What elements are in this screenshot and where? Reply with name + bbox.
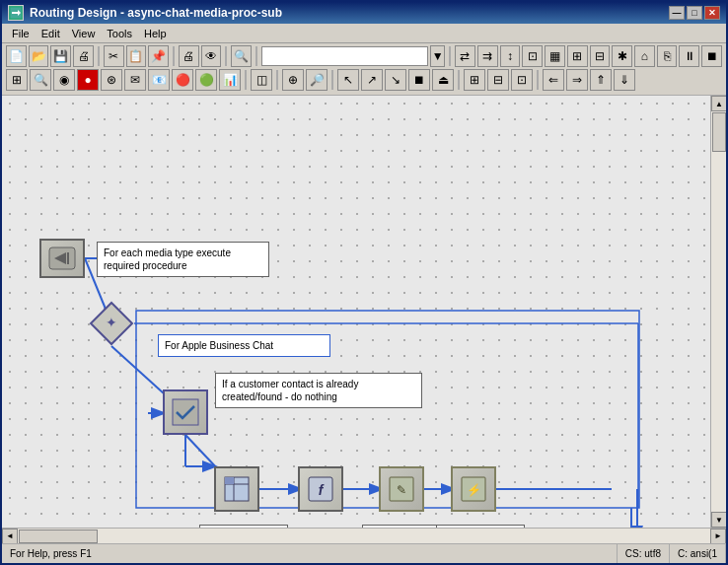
- tb-drop-arrow[interactable]: ▼: [430, 45, 445, 67]
- scroll-right[interactable]: ►: [710, 529, 726, 544]
- tb-f9[interactable]: ⌂: [634, 45, 655, 67]
- tb2-b1[interactable]: ⊞: [464, 69, 485, 91]
- tb2-9[interactable]: 🟢: [195, 69, 217, 91]
- node3-annotation: Update UCS interaction record: [436, 525, 525, 528]
- action-node-3[interactable]: ✎: [379, 466, 424, 512]
- tb-f2[interactable]: ⇉: [477, 45, 498, 67]
- title-bar: Routing Design - async-chat-media-proc-s…: [2, 2, 726, 24]
- node1-annotation: Attach nickname to userdata of interacti…: [199, 525, 288, 528]
- sep3: [225, 46, 227, 66]
- sep1: [98, 46, 100, 66]
- tb2-3[interactable]: ◉: [53, 69, 75, 91]
- action-node-2[interactable]: f: [298, 466, 343, 512]
- tb2-zoom1[interactable]: ⊕: [282, 69, 304, 91]
- tb2-b2[interactable]: ⊟: [487, 69, 509, 91]
- tb2-7[interactable]: 📧: [148, 69, 170, 91]
- menu-edit[interactable]: Edit: [36, 27, 66, 40]
- tb2-10[interactable]: 📊: [219, 69, 241, 91]
- toolbar-row-2: ⊞ 🔍 ◉ ● ⊛ ✉ 📧 🔴 🟢 📊 ◫ ⊕ 🔎 ↖ ↗ ↘ ⏹ ⏏ ⊞ ⊟ …: [6, 69, 722, 91]
- app-icon: [8, 5, 24, 21]
- horizontal-scrollbar: ◄ ►: [2, 528, 726, 543]
- tb2-c4[interactable]: ⇓: [614, 69, 635, 91]
- tb-f1[interactable]: ⇄: [455, 45, 475, 67]
- tb2-a4[interactable]: ⏹: [408, 69, 430, 91]
- tb-save[interactable]: 💾: [50, 45, 71, 67]
- scroll-down[interactable]: ▼: [711, 512, 726, 528]
- tb-f7[interactable]: ⊟: [590, 45, 611, 67]
- tb2-6[interactable]: ✉: [124, 69, 146, 91]
- tb-f4[interactable]: ⊡: [522, 45, 543, 67]
- start-annotation: For each media type execute required pro…: [97, 242, 269, 277]
- diamond-node[interactable]: ✦: [89, 301, 134, 346]
- menu-file[interactable]: File: [6, 27, 36, 40]
- tb2-zoom2[interactable]: 🔎: [306, 69, 328, 91]
- tb2-8[interactable]: 🔴: [172, 69, 193, 91]
- svg-text:⚡: ⚡: [467, 482, 481, 497]
- tb-print2[interactable]: 🖨: [179, 45, 199, 67]
- sep2: [173, 46, 175, 66]
- vertical-scrollbar: ▲ ▼: [710, 96, 726, 528]
- toolbar-row-1: 📄 📂 💾 🖨 ✂ 📋 📌 🖨 👁 🔍 ▼ ⇄ ⇉ ↕ ⊡ ▦ ⊞ ⊟ ✱: [6, 45, 722, 67]
- sep9: [458, 70, 460, 90]
- tb-new[interactable]: 📄: [6, 45, 27, 67]
- scroll-track-v[interactable]: [711, 111, 726, 512]
- toolbar-dropdown[interactable]: [261, 46, 428, 66]
- tb2-1[interactable]: ⊞: [6, 69, 28, 91]
- tb2-5[interactable]: ⊛: [101, 69, 122, 91]
- canvas-area[interactable]: For each media type execute required pro…: [2, 96, 710, 528]
- scroll-thumb-v[interactable]: [712, 112, 726, 152]
- start-node[interactable]: [39, 239, 85, 278]
- tb2-a5[interactable]: ⏏: [432, 69, 454, 91]
- check-annotation: If a customer contact is already created…: [215, 373, 422, 408]
- tb-copy[interactable]: 📋: [126, 45, 147, 67]
- scroll-track-h[interactable]: [18, 529, 710, 544]
- title-bar-buttons: — □ ✕: [669, 6, 720, 20]
- close-button[interactable]: ✕: [704, 6, 720, 20]
- tb-search[interactable]: 🔍: [231, 45, 252, 67]
- menu-bar: File Edit View Tools Help: [2, 24, 726, 43]
- tb-f8[interactable]: ✱: [612, 45, 632, 67]
- tb2-a2[interactable]: ↗: [361, 69, 383, 91]
- sep5: [449, 46, 451, 66]
- tb2-4[interactable]: ●: [77, 69, 99, 91]
- tb2-c1[interactable]: ⇐: [543, 69, 564, 91]
- scroll-up[interactable]: ▲: [711, 96, 726, 111]
- tb2-2[interactable]: 🔍: [30, 69, 51, 91]
- tb2-c2[interactable]: ⇒: [566, 69, 588, 91]
- tb-f10[interactable]: ⎘: [657, 45, 678, 67]
- action-node-1[interactable]: [214, 466, 259, 512]
- menu-tools[interactable]: Tools: [101, 27, 138, 40]
- minimize-button[interactable]: —: [669, 6, 685, 20]
- tb-open[interactable]: 📂: [29, 45, 49, 67]
- scroll-thumb-h[interactable]: [19, 530, 98, 543]
- maximize-button[interactable]: □: [687, 6, 702, 20]
- tb-print[interactable]: 🖨: [73, 45, 94, 67]
- tb2-11[interactable]: ◫: [251, 69, 272, 91]
- tb2-a3[interactable]: ↘: [385, 69, 406, 91]
- sep7: [276, 70, 278, 90]
- tb-f3[interactable]: ↕: [500, 45, 521, 67]
- status-encoding: CS: utf8: [618, 544, 670, 563]
- scroll-left[interactable]: ◄: [2, 529, 18, 544]
- tb-preview[interactable]: 👁: [201, 45, 222, 67]
- tb-paste[interactable]: 📌: [148, 45, 169, 67]
- tb-f6[interactable]: ⊞: [567, 45, 588, 67]
- tb2-a1[interactable]: ↖: [337, 69, 359, 91]
- branch-annotation: For Apple Business Chat: [158, 334, 330, 357]
- tb-f11[interactable]: ⏸: [679, 45, 699, 67]
- check-node[interactable]: [163, 389, 208, 435]
- sep4: [255, 46, 257, 66]
- window-title: Routing Design - async-chat-media-proc-s…: [30, 6, 282, 20]
- status-ansi: C: ansi(1: [670, 544, 726, 563]
- action-node-4[interactable]: ⚡: [451, 466, 496, 512]
- sep6: [245, 70, 247, 90]
- tb2-b3[interactable]: ⊡: [511, 69, 533, 91]
- tb-f12[interactable]: ⏹: [701, 45, 722, 67]
- menu-help[interactable]: Help: [138, 27, 173, 40]
- tb-f5[interactable]: ▦: [545, 45, 565, 67]
- tb-cut[interactable]: ✂: [104, 45, 124, 67]
- toolbar-area: 📄 📂 💾 🖨 ✂ 📋 📌 🖨 👁 🔍 ▼ ⇄ ⇉ ↕ ⊡ ▦ ⊞ ⊟ ✱: [2, 43, 726, 96]
- menu-view[interactable]: View: [66, 27, 102, 40]
- tb2-c3[interactable]: ⇑: [590, 69, 612, 91]
- main-area: For each media type execute required pro…: [2, 96, 726, 528]
